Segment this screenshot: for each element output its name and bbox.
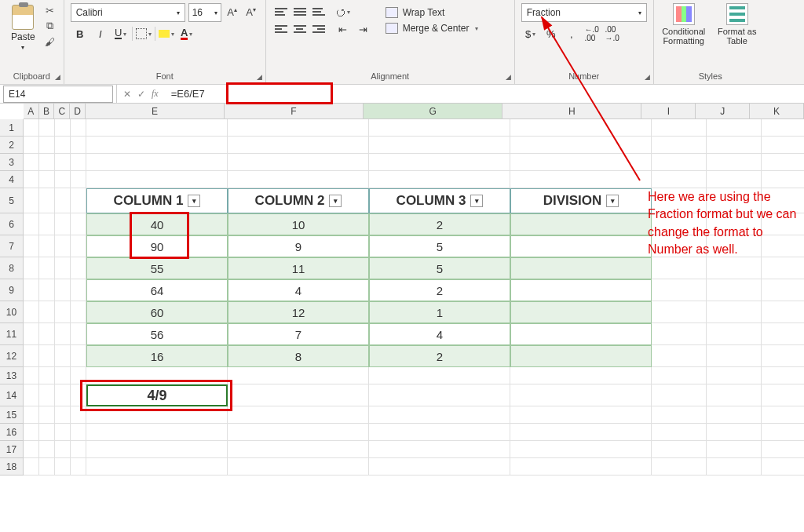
cell[interactable] [71, 301, 86, 323]
cell[interactable] [24, 406, 39, 424]
row-header-14[interactable]: 14 [0, 384, 24, 406]
cell[interactable] [71, 279, 86, 301]
cell[interactable] [39, 154, 55, 171]
cell[interactable] [55, 257, 71, 279]
cell[interactable] [55, 119, 71, 137]
cell[interactable] [652, 406, 707, 424]
cell[interactable] [24, 154, 39, 171]
decrease-indent-button[interactable]: ⇤ [334, 20, 353, 38]
cell[interactable] [762, 323, 804, 345]
row-header-7[interactable]: 7 [0, 235, 24, 257]
cell[interactable] [71, 154, 86, 171]
cut-button[interactable]: ✂ [43, 3, 57, 17]
cell[interactable] [71, 345, 86, 367]
table-cell[interactable] [510, 213, 652, 235]
cell[interactable] [652, 279, 707, 301]
cell[interactable] [24, 279, 39, 301]
table-cell[interactable] [510, 323, 652, 345]
name-box[interactable]: E14 [3, 86, 113, 103]
cell[interactable] [55, 367, 71, 384]
cell[interactable] [762, 458, 804, 476]
table-cell[interactable] [510, 257, 652, 279]
cell[interactable] [369, 424, 510, 441]
cell[interactable] [228, 458, 369, 476]
table-header-F[interactable]: COLUMN 2▾ [228, 188, 369, 213]
row-header-4[interactable]: 4 [0, 171, 24, 188]
cell[interactable] [86, 441, 228, 458]
table-cell[interactable]: 55 [86, 257, 228, 279]
percent-button[interactable]: % [542, 25, 561, 42]
cell[interactable] [707, 323, 762, 345]
col-header-J[interactable]: J [696, 104, 750, 119]
table-cell[interactable]: 60 [86, 301, 228, 323]
cell[interactable] [707, 367, 762, 384]
format-as-table-button[interactable]: Format as Table [714, 3, 761, 46]
cell[interactable] [71, 441, 86, 458]
cell[interactable] [39, 441, 55, 458]
table-cell[interactable]: 16 [86, 345, 228, 367]
table-cell[interactable]: 2 [369, 213, 510, 235]
cell[interactable] [55, 171, 71, 188]
cell[interactable] [86, 171, 228, 188]
cell[interactable] [652, 424, 707, 441]
cell[interactable] [369, 367, 510, 384]
cell[interactable] [55, 154, 71, 171]
cell[interactable] [762, 257, 804, 279]
cell[interactable] [55, 458, 71, 476]
cell[interactable] [39, 119, 55, 137]
cell[interactable] [39, 458, 55, 476]
align-left-button[interactable] [272, 21, 290, 37]
col-header-C[interactable]: C [54, 104, 70, 119]
alignment-launcher[interactable]: ◢ [506, 73, 511, 81]
cell[interactable] [762, 171, 804, 188]
font-launcher[interactable]: ◢ [257, 73, 262, 81]
cell[interactable] [86, 137, 228, 154]
cell[interactable] [762, 119, 804, 137]
cell[interactable] [71, 119, 86, 137]
table-cell[interactable] [510, 279, 652, 301]
cell[interactable] [369, 119, 510, 137]
align-top-button[interactable] [272, 4, 290, 20]
cell[interactable] [24, 137, 39, 154]
underline-button[interactable]: U [111, 25, 130, 42]
copy-button[interactable]: ⧉ [43, 19, 57, 33]
cell[interactable] [71, 424, 86, 441]
col-header-B[interactable]: B [39, 104, 55, 119]
table-cell[interactable] [510, 345, 652, 367]
cell[interactable] [71, 235, 86, 257]
row-header-6[interactable]: 6 [0, 213, 24, 235]
cell[interactable] [55, 137, 71, 154]
cell[interactable] [55, 188, 71, 213]
table-cell[interactable] [510, 301, 652, 323]
format-painter-button[interactable]: 🖌 [43, 35, 57, 49]
cell[interactable] [228, 384, 369, 406]
cell[interactable] [707, 384, 762, 406]
cell[interactable] [39, 171, 55, 188]
cell[interactable] [24, 441, 39, 458]
cell[interactable] [24, 213, 39, 235]
cell[interactable] [369, 441, 510, 458]
row-header-11[interactable]: 11 [0, 323, 24, 345]
decrease-font-button[interactable]: A▾ [243, 6, 259, 18]
cell[interactable] [228, 424, 369, 441]
cell[interactable] [71, 458, 86, 476]
cell[interactable] [86, 119, 228, 137]
cell[interactable] [510, 119, 652, 137]
cell[interactable] [228, 441, 369, 458]
cell[interactable] [369, 137, 510, 154]
cell[interactable] [55, 384, 71, 406]
cell[interactable] [762, 279, 804, 301]
result-cell[interactable]: 4/9 [86, 384, 228, 406]
cell[interactable] [652, 367, 707, 384]
font-name-select[interactable]: Calibri▾ [71, 3, 185, 22]
cell[interactable] [228, 137, 369, 154]
cell[interactable] [369, 406, 510, 424]
cell[interactable] [762, 154, 804, 171]
cell[interactable] [86, 154, 228, 171]
table-cell[interactable]: 9 [228, 235, 369, 257]
wrap-text-button[interactable]: Wrap Text [382, 5, 482, 20]
align-right-button[interactable] [310, 21, 327, 37]
col-header-K[interactable]: K [750, 104, 804, 119]
cell[interactable] [707, 154, 762, 171]
cell[interactable] [762, 441, 804, 458]
